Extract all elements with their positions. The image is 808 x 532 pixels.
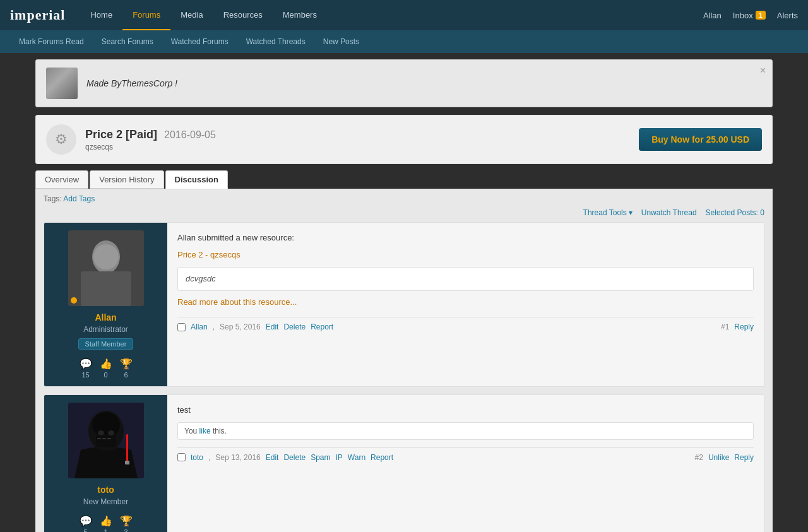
post-1-delete[interactable]: Delete xyxy=(283,322,306,331)
promo-text: Made ByThemesCorp ! xyxy=(86,78,177,88)
sub-navigation: Mark Forums Read Search Forums Watched F… xyxy=(0,30,808,53)
nav-media[interactable]: Media xyxy=(170,0,213,30)
nav-username[interactable]: Allan xyxy=(703,11,722,20)
tab-discussion[interactable]: Discussion xyxy=(165,170,228,189)
read-more-link: Read more about this resource... xyxy=(177,296,754,309)
tab-overview[interactable]: Overview xyxy=(35,170,88,189)
svg-rect-13 xyxy=(107,438,111,439)
post-2-text: test xyxy=(177,404,754,417)
post-2-trophies-count: 3 xyxy=(124,528,128,532)
trophies-count: 6 xyxy=(124,371,128,379)
subnav-watched-forums[interactable]: Watched Forums xyxy=(162,30,237,53)
post-2-num: #2 xyxy=(695,453,703,462)
like-bar: You like this. xyxy=(177,422,754,440)
svg-rect-4 xyxy=(81,271,131,306)
likes-icon: 👍 xyxy=(100,358,112,370)
post-2-stat-trophies: 🏆 3 xyxy=(120,515,133,532)
subnav-new-posts[interactable]: New Posts xyxy=(314,30,368,53)
post-2-messages-icon: 💬 xyxy=(80,515,92,527)
svg-rect-16 xyxy=(125,461,129,464)
likes-count: 0 xyxy=(104,371,107,379)
post-2-footer-right: #2 Unlike Reply xyxy=(695,453,754,462)
post-1-quote: dcvgsdc xyxy=(177,267,754,292)
nav-links: Home Forums Media Resources Members xyxy=(80,0,703,30)
read-more-anchor[interactable]: Read more about this resource... xyxy=(177,297,297,307)
post-2-stats: 💬 5 👍 1 🏆 3 xyxy=(80,515,133,532)
post-1-footer-right: #1 Reply xyxy=(721,322,754,331)
post-1-reply-button[interactable]: Reply xyxy=(734,322,754,331)
svg-rect-8 xyxy=(96,434,116,447)
post-1-num: #1 xyxy=(721,322,729,331)
post-1-stat-likes: 👍 0 xyxy=(100,358,112,379)
post-2-author-link[interactable]: toto xyxy=(191,453,203,462)
post-2: toto New Member 💬 5 👍 1 🏆 3 xyxy=(44,394,764,532)
post-2-delete[interactable]: Delete xyxy=(283,453,306,462)
post-1: Allan Administrator Staff Member 💬 15 👍 … xyxy=(44,222,764,387)
tab-version-history[interactable]: Version History xyxy=(90,170,163,189)
subnav-search[interactable]: Search Forums xyxy=(93,30,162,53)
nav-members[interactable]: Members xyxy=(273,0,327,30)
post-1-edit[interactable]: Edit xyxy=(266,322,279,331)
svg-rect-12 xyxy=(102,438,106,439)
like-link[interactable]: like xyxy=(199,427,211,435)
nav-forums[interactable]: Forums xyxy=(122,0,170,30)
main-content: Made ByThemesCorp ! × ⚙ Price 2 [Paid] 2… xyxy=(25,53,783,532)
post-2-edit[interactable]: Edit xyxy=(266,453,279,462)
post-1-report[interactable]: Report xyxy=(311,322,333,331)
thread-tools-bar: Thread Tools ▾ Unwatch Thread Selected P… xyxy=(44,206,764,222)
selected-posts-label: Selected Posts: xyxy=(706,208,758,217)
post-1-footer: Allan , Sep 5, 2016 Edit Delete Report #… xyxy=(177,317,754,331)
post-2-ip[interactable]: IP xyxy=(336,453,343,462)
post-1-staff-badge: Staff Member xyxy=(78,338,134,350)
svg-point-10 xyxy=(108,430,114,435)
promo-close-button[interactable]: × xyxy=(760,65,766,76)
nav-alerts[interactable]: Alerts xyxy=(777,11,798,20)
post-2-likes-count: 1 xyxy=(104,528,107,532)
thread-tools-button[interactable]: Thread Tools ▾ xyxy=(583,208,633,217)
buy-now-button[interactable]: Buy Now for 25.00 USD xyxy=(639,128,762,151)
top-navigation: imperial Home Forums Media Resources Mem… xyxy=(0,0,808,30)
post-2-footer: toto , Sep 13, 2016 Edit Delete Spam IP … xyxy=(177,447,754,462)
messages-icon: 💬 xyxy=(80,358,92,370)
resource-icon: ⚙ xyxy=(46,124,76,155)
tabs: Overview Version History Discussion xyxy=(35,170,773,189)
post-1-intro: Allan submitted a new resource: xyxy=(177,232,754,245)
post-2-trophies-icon: 🏆 xyxy=(120,515,133,527)
resource-header: ⚙ Price 2 [Paid] 2016-09-05 qzsecqs Buy … xyxy=(35,115,773,164)
subnav-watched-threads[interactable]: Watched Threads xyxy=(237,30,314,53)
post-2-spam[interactable]: Spam xyxy=(311,453,330,462)
post-1-content: Allan submitted a new resource: Price 2 … xyxy=(167,223,764,386)
add-tags-link[interactable]: Add Tags xyxy=(63,194,95,203)
thread-area: Tags: Add Tags Thread Tools ▾ Unwatch Th… xyxy=(35,189,773,532)
post-2-username[interactable]: toto xyxy=(97,485,114,495)
nav-inbox[interactable]: Inbox 1 xyxy=(727,8,772,23)
post-2-reply-button[interactable]: Reply xyxy=(734,453,754,462)
like-bar-text: You like this. xyxy=(184,427,227,435)
svg-point-9 xyxy=(98,430,104,435)
chevron-down-icon: ▾ xyxy=(629,208,633,217)
logo-text1: impe xyxy=(10,7,42,23)
post-1-checkbox[interactable] xyxy=(177,323,186,331)
post-2-comma: , xyxy=(208,453,210,462)
post-2-warn[interactable]: Warn xyxy=(348,453,365,462)
nav-home[interactable]: Home xyxy=(80,0,122,30)
subnav-mark-read[interactable]: Mark Forums Read xyxy=(10,30,93,53)
post-2-body: test xyxy=(177,404,754,417)
svg-rect-15 xyxy=(126,434,128,463)
post-2-checkbox[interactable] xyxy=(177,453,186,461)
post-2-avatar xyxy=(68,403,144,478)
nav-resources[interactable]: Resources xyxy=(213,0,273,30)
site-logo[interactable]: imperial xyxy=(10,7,65,23)
resource-date: 2016-09-05 xyxy=(164,129,216,140)
unwatch-thread-button[interactable]: Unwatch Thread xyxy=(641,208,697,217)
post-1-author-link[interactable]: Allan xyxy=(191,322,208,331)
resource-info: Price 2 [Paid] 2016-09-05 qzsecqs xyxy=(85,128,630,151)
post-1-avatar xyxy=(68,230,144,306)
post-1-avatar-img xyxy=(68,230,144,306)
post-2-unlike-button[interactable]: Unlike xyxy=(708,453,729,462)
tags-label: Tags: xyxy=(44,194,62,203)
post-2-report[interactable]: Report xyxy=(371,453,393,462)
resource-name-link[interactable]: Price 2 xyxy=(177,250,203,259)
post-1-username[interactable]: Allan xyxy=(95,312,116,322)
resource-title-text: Price 2 [Paid] xyxy=(85,128,157,141)
